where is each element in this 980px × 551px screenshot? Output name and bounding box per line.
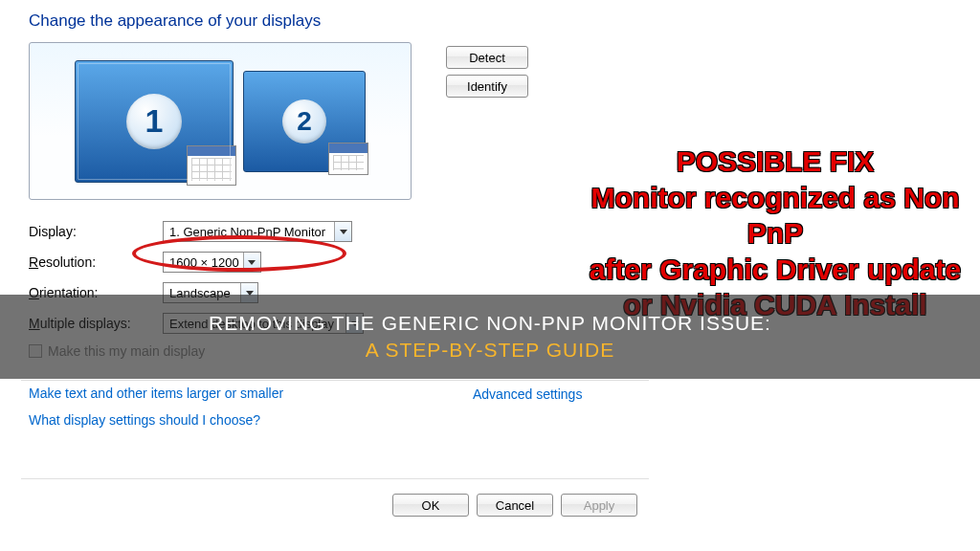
main-display-checkbox-row[interactable]: Make this my main display: [29, 343, 641, 359]
separator: [21, 380, 649, 381]
calendar-icon: [187, 145, 236, 186]
multiple-displays-label: Multiple displays:: [29, 316, 153, 331]
detect-button[interactable]: Detect: [446, 46, 528, 69]
display-label: Display:: [29, 224, 153, 239]
monitor-1-badge: 1: [126, 94, 182, 149]
main-display-label: Make this my main display: [48, 343, 205, 359]
chevron-down-icon: [243, 253, 260, 272]
multiple-displays-value: Extend desktop to this display: [169, 317, 334, 331]
apply-button[interactable]: Apply: [561, 494, 637, 517]
cancel-button[interactable]: Cancel: [477, 494, 553, 517]
display-settings-panel: Change the appearance of your displays 1…: [0, 0, 670, 551]
chevron-down-icon: [240, 283, 257, 302]
resolution-dropdown[interactable]: 1600 × 1200: [163, 252, 261, 273]
checkbox-icon[interactable]: [29, 344, 42, 358]
orientation-dropdown[interactable]: Landscape: [163, 282, 258, 303]
orientation-label: Orientation:: [29, 285, 153, 300]
resolution-label: Resolution:: [29, 254, 153, 270]
help-link[interactable]: What display settings should I choose?: [29, 412, 641, 428]
monitor-2-badge: 2: [282, 99, 326, 143]
chevron-down-icon: [334, 222, 351, 241]
ok-button[interactable]: OK: [392, 494, 469, 517]
multiple-displays-dropdown[interactable]: Extend desktop to this display: [163, 313, 364, 334]
advanced-settings-link[interactable]: Advanced settings: [473, 386, 582, 402]
resolution-value: 1600 × 1200: [169, 255, 239, 270]
display-dropdown[interactable]: 1. Generic Non-PnP Monitor: [163, 221, 352, 242]
display-value: 1. Generic Non-PnP Monitor: [169, 225, 325, 239]
monitor-preview-area[interactable]: 1 2: [29, 42, 412, 200]
chevron-down-icon: [345, 314, 363, 333]
identify-button[interactable]: Identify: [446, 75, 528, 98]
monitor-2[interactable]: 2: [243, 71, 366, 172]
monitor-1[interactable]: 1: [75, 60, 234, 183]
separator: [21, 478, 649, 479]
orientation-value: Landscape: [169, 286, 231, 300]
page-title: Change the appearance of your displays: [29, 11, 641, 31]
calendar-icon: [328, 143, 368, 175]
